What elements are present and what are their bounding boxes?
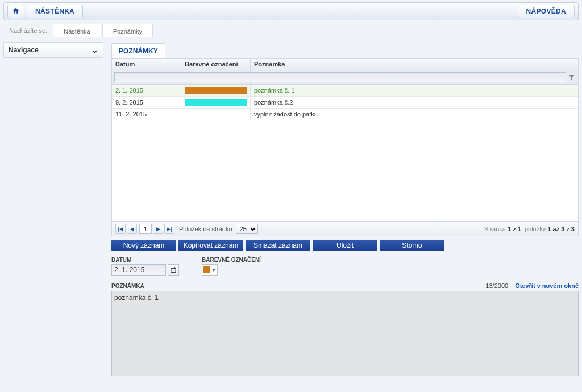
action-row: Nový záznam Kopírovat záznam Smazat zázn… [111, 240, 579, 251]
column-header-note[interactable]: Poznámka [251, 59, 578, 70]
date-field: DATUM [111, 257, 179, 276]
chevron-down-icon: ⌄ [92, 45, 98, 55]
column-header-date[interactable]: Datum [112, 59, 181, 70]
breadcrumb-item-poznamky[interactable]: Poznámky [102, 24, 153, 37]
per-page-select[interactable]: 25 [236, 224, 258, 234]
new-button[interactable]: Nový záznam [111, 240, 176, 251]
form-row: DATUM BAREVNÉ OZNAČENÍ ▼ [111, 257, 579, 276]
calendar-icon[interactable] [168, 264, 179, 276]
table-row[interactable]: 2. 1. 2015poznámka č. 1 [112, 85, 578, 97]
tab-poznamky[interactable]: POZNÁMKY [111, 43, 165, 58]
cell-note: vyplnit žádost do pátku [251, 109, 578, 120]
cancel-button[interactable]: Storno [380, 240, 444, 251]
cell-note: poznámka č. 1 [251, 85, 578, 96]
copy-button[interactable]: Kopírovat záznam [178, 240, 243, 251]
cell-color [181, 97, 251, 108]
top-toolbar: NÁSTĚNKA NÁPOVĚDA [3, 2, 579, 20]
note-header: POZNÁMKA 13/2000 Otevřít v novém okně [111, 282, 579, 289]
home-icon [12, 7, 20, 16]
table-row[interactable]: 9. 2. 2015poznámka č.2 [112, 97, 578, 109]
breadcrumb: Nacházíte se: Nástěnka Poznámky [3, 23, 579, 39]
pager-first-button[interactable]: |◀ [115, 224, 126, 234]
main-panel: POZNÁMKY Datum Barevné označení Poznámka [111, 42, 579, 378]
dropdown-arrow-icon: ▼ [210, 268, 217, 273]
char-count: 13/2000 [485, 282, 508, 289]
filter-icon[interactable] [568, 73, 576, 81]
tab-row: POZNÁMKY [111, 42, 579, 58]
pager-current-page[interactable] [139, 224, 152, 234]
pager-next-button[interactable]: ▶ [153, 224, 163, 234]
cell-date: 9. 2. 2015 [112, 97, 181, 108]
color-bar [185, 87, 247, 94]
column-header-color[interactable]: Barevné označení [181, 59, 251, 70]
nastenka-button[interactable]: NÁSTĚNKA [27, 5, 83, 18]
save-button[interactable]: Uložit [313, 240, 377, 251]
pager-last-button[interactable]: ▶| [164, 224, 174, 234]
sidebar: Navigace ⌄ [3, 42, 103, 378]
table-row[interactable]: 11. 2. 2015vyplnit žádost do pátku [112, 109, 578, 120]
grid: Datum Barevné označení Poznámka 2. 1. [111, 58, 579, 236]
color-field: BAREVNÉ OZNAČENÍ ▼ [202, 257, 261, 276]
delete-button[interactable]: Smazat záznam [246, 240, 310, 251]
breadcrumb-item-nastenka[interactable]: Nástěnka [53, 24, 101, 37]
cell-date: 2. 1. 2015 [112, 85, 181, 96]
pager: |◀ ◀ ▶ ▶| Položek na stránku 25 Stránka … [112, 221, 578, 236]
filter-input-note[interactable] [253, 72, 566, 82]
color-swatch [203, 266, 210, 273]
color-bar [185, 99, 247, 106]
open-in-new-window-link[interactable]: Otevřít v novém okně [515, 282, 579, 289]
per-page-label: Položek na stránku [179, 226, 232, 232]
home-button[interactable] [7, 5, 24, 18]
grid-header: Datum Barevné označení Poznámka [112, 59, 578, 70]
help-button[interactable]: NÁPOVĚDA [518, 5, 575, 18]
color-label: BAREVNÉ OZNAČENÍ [202, 257, 261, 263]
note-textarea[interactable] [111, 291, 579, 376]
grid-body: 2. 1. 2015poznámka č. 19. 2. 2015poznámk… [112, 85, 578, 221]
date-input[interactable] [111, 264, 166, 276]
pager-info: Stránka 1 z 1, položky 1 až 3 z 3 [484, 226, 575, 232]
note-label: POZNÁMKA [111, 283, 144, 289]
breadcrumb-prefix: Nacházíte se: [3, 27, 53, 34]
navigation-label: Navigace [9, 46, 39, 54]
navigation-toggle[interactable]: Navigace ⌄ [3, 42, 103, 58]
cell-color [181, 85, 251, 96]
color-select[interactable]: ▼ [202, 264, 218, 276]
cell-note: poznámka č.2 [251, 97, 578, 108]
pager-prev-button[interactable]: ◀ [127, 224, 137, 234]
cell-date: 11. 2. 2015 [112, 109, 181, 120]
cell-color [181, 109, 251, 120]
grid-filter-row [112, 70, 578, 85]
date-label: DATUM [111, 257, 179, 263]
